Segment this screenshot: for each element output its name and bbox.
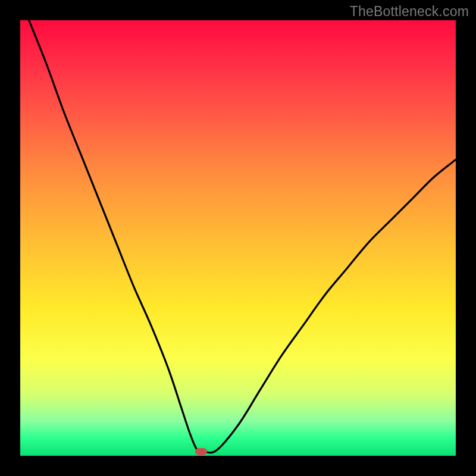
chart-plot-area [20, 20, 456, 456]
optimal-point-marker [195, 448, 207, 455]
chart-frame: TheBottleneck.com [0, 0, 476, 476]
watermark-text: TheBottleneck.com [350, 4, 469, 20]
bottleneck-curve [20, 20, 456, 456]
